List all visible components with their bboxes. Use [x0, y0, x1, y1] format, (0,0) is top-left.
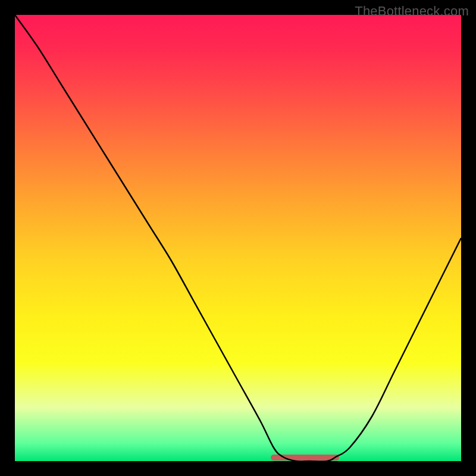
- watermark-text: TheBottleneck.com: [355, 4, 469, 19]
- bottleneck-curve: [15, 15, 461, 461]
- chart-plot-area: [15, 15, 461, 461]
- chart-svg: [15, 15, 461, 461]
